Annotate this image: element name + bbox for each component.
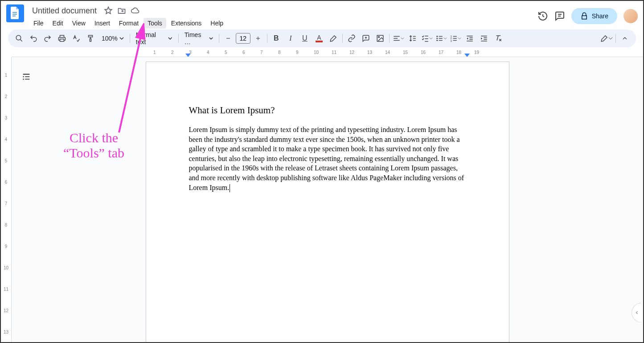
text-cursor bbox=[230, 184, 230, 192]
paint-format-icon[interactable] bbox=[84, 32, 97, 45]
svg-point-38 bbox=[23, 76, 24, 78]
svg-point-13 bbox=[378, 37, 379, 38]
increase-indent-icon[interactable] bbox=[477, 32, 491, 45]
menu-format[interactable]: Format bbox=[115, 18, 143, 29]
app-header: Untitled document File Edit View Insert … bbox=[1, 1, 643, 29]
bold-icon[interactable]: B bbox=[270, 32, 283, 45]
clear-format-icon[interactable] bbox=[492, 32, 505, 45]
document-canvas[interactable]: What is Lorem Ipsum? Lorem Ipsum is simp… bbox=[12, 57, 643, 342]
svg-rect-1 bbox=[12, 14, 17, 15]
menu-file[interactable]: File bbox=[29, 18, 48, 29]
zoom-dropdown[interactable]: 100% bbox=[98, 33, 127, 44]
svg-point-17 bbox=[436, 36, 438, 37]
document-heading[interactable]: What is Lorem Ipsum? bbox=[189, 105, 466, 116]
document-page: What is Lorem Ipsum? Lorem Ipsum is simp… bbox=[146, 62, 509, 342]
share-label: Share bbox=[592, 12, 608, 20]
svg-rect-0 bbox=[12, 12, 17, 13]
document-title[interactable]: Untitled document bbox=[29, 5, 99, 17]
font-dropdown[interactable]: Times … bbox=[181, 29, 217, 47]
svg-point-5 bbox=[16, 35, 21, 40]
italic-icon[interactable]: I bbox=[284, 32, 297, 45]
add-comment-icon[interactable] bbox=[359, 32, 373, 45]
svg-point-40 bbox=[23, 79, 24, 80]
cloud-icon[interactable] bbox=[131, 6, 139, 15]
line-spacing-icon[interactable] bbox=[406, 32, 419, 45]
align-icon[interactable] bbox=[392, 32, 405, 45]
svg-point-18 bbox=[436, 38, 438, 39]
menu-view[interactable]: View bbox=[68, 18, 90, 29]
move-icon[interactable] bbox=[117, 6, 126, 15]
insert-image-icon[interactable] bbox=[373, 32, 387, 45]
collapse-icon[interactable] bbox=[618, 32, 632, 45]
link-icon[interactable] bbox=[345, 32, 358, 45]
history-icon[interactable] bbox=[537, 11, 548, 21]
text-color-icon[interactable]: A bbox=[312, 32, 326, 45]
search-icon[interactable] bbox=[12, 32, 26, 45]
vertical-ruler[interactable]: 12345678910111213 bbox=[1, 57, 12, 342]
bullet-list-icon[interactable] bbox=[435, 32, 448, 45]
document-body[interactable]: Lorem Ipsum is simply dummy text of the … bbox=[189, 125, 466, 192]
horizontal-ruler[interactable]: 12345678910111213141516171819 bbox=[12, 49, 643, 57]
checklist-icon[interactable] bbox=[420, 32, 434, 45]
share-button[interactable]: Share bbox=[571, 8, 617, 24]
menu-extensions[interactable]: Extensions bbox=[167, 18, 205, 29]
svg-point-19 bbox=[436, 40, 438, 41]
svg-text:3: 3 bbox=[450, 40, 452, 42]
underline-icon[interactable]: U bbox=[298, 32, 312, 45]
svg-line-6 bbox=[20, 39, 22, 41]
comment-icon[interactable] bbox=[554, 11, 565, 21]
menu-bar: File Edit View Insert Format Tools Exten… bbox=[29, 18, 537, 29]
style-dropdown[interactable]: Normal text bbox=[132, 29, 176, 47]
number-list-icon[interactable]: 123 bbox=[449, 32, 462, 45]
outline-toggle-icon[interactable] bbox=[20, 70, 33, 83]
decrease-indent-icon[interactable] bbox=[463, 32, 476, 45]
highlight-icon[interactable] bbox=[327, 32, 340, 45]
font-size-input[interactable]: 12 bbox=[236, 33, 250, 44]
decrease-font-icon[interactable] bbox=[222, 32, 235, 45]
editing-mode-icon[interactable] bbox=[600, 32, 613, 45]
increase-font-icon[interactable] bbox=[251, 32, 265, 45]
user-avatar[interactable] bbox=[623, 9, 638, 23]
menu-help[interactable]: Help bbox=[206, 18, 227, 29]
svg-rect-2 bbox=[12, 16, 16, 17]
star-icon[interactable] bbox=[104, 6, 113, 15]
docs-logo[interactable] bbox=[6, 4, 24, 22]
redo-icon[interactable] bbox=[41, 32, 54, 45]
print-icon[interactable] bbox=[55, 32, 69, 45]
toolbar: 100% Normal text Times … 12 B I U A 123 bbox=[8, 29, 636, 47]
undo-icon[interactable] bbox=[27, 32, 40, 45]
menu-insert[interactable]: Insert bbox=[90, 18, 114, 29]
menu-tools[interactable]: Tools bbox=[144, 18, 166, 29]
spellcheck-icon[interactable] bbox=[70, 32, 83, 45]
menu-edit[interactable]: Edit bbox=[49, 18, 67, 29]
